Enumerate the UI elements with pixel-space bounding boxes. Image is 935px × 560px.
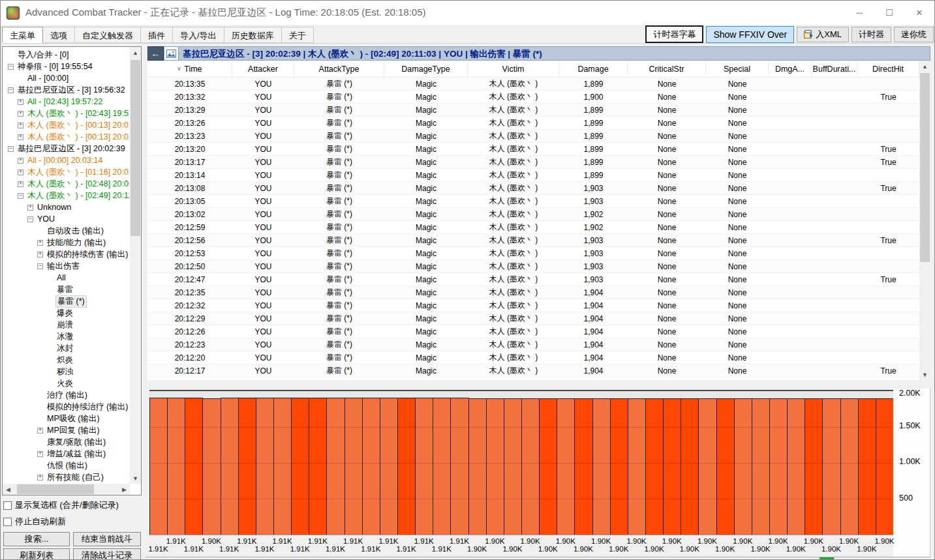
tree-item[interactable]: +All - [02:43] 19:57:22 [3, 96, 129, 108]
column-header-victim[interactable]: Victim [468, 61, 559, 77]
tree-scrollbar-thumb[interactable] [130, 60, 140, 236]
tree-item[interactable]: −输出伤害 [3, 260, 129, 272]
scroll-down-icon[interactable]: ▼ [130, 473, 141, 484]
tree-item[interactable]: 模拟的持续治疗 (输出) [3, 401, 129, 413]
table-vertical-scrollbar[interactable]: ▲ ▼ [919, 61, 930, 380]
back-arrow-icon[interactable]: ← [147, 46, 164, 61]
tree-vertical-scrollbar[interactable]: ▲ ▼ [130, 47, 141, 484]
minimize-button[interactable]: ─ [844, 1, 874, 25]
table-row[interactable]: 20:12:20YOU暴雷 (*)Magic木人 (墨欢丶 )1,904None… [147, 351, 919, 364]
toolbar-button-4[interactable]: 计时器 [851, 27, 891, 42]
tree-item[interactable]: 治疗 (输出) [3, 389, 129, 401]
table-row[interactable]: 20:13:02YOU暴雷 (*)Magic木人 (墨欢丶 )1,902None… [147, 208, 919, 221]
scroll-left-icon[interactable]: ◀ [3, 484, 14, 495]
table-row[interactable]: 20:12:26YOU暴雷 (*)Magic木人 (墨欢丶 )1,904None… [147, 325, 919, 338]
toolbar-button-3[interactable]: 入XML [797, 27, 849, 42]
table-row[interactable]: 20:12:23YOU暴雷 (*)Magic木人 (墨欢丶 )1,904None… [147, 338, 919, 351]
table-row[interactable]: 20:13:20YOU暴雷 (*)Magic木人 (墨欢丶 )1,899None… [147, 143, 919, 156]
toolbar-button-2[interactable]: Show FFXIV Over [706, 26, 794, 43]
menu-tab-4[interactable]: 插件 [141, 27, 173, 43]
table-row[interactable]: 20:13:14YOU暴雷 (*)Magic木人 (墨欢丶 )1,899None… [147, 169, 919, 182]
tree-item[interactable]: 爆炎 [3, 307, 129, 319]
tree-item[interactable]: All - [00:00] [3, 72, 129, 84]
menu-tab-6[interactable]: 历史数据库 [224, 27, 282, 43]
toolbar-button-1[interactable]: 计时器字幕 [645, 25, 703, 43]
column-header-buff-duration[interactable]: BuffDurati... [812, 61, 857, 77]
tree-item[interactable]: +Unknown [3, 201, 129, 213]
tree-item[interactable]: −木人 (墨欢丶 ) - [02:49] 20:11 [3, 190, 129, 201]
tree-item[interactable]: 冰封 [3, 342, 129, 354]
menu-tab-2[interactable]: 选项 [43, 27, 75, 43]
column-header-critical-str[interactable]: CriticalStr [628, 61, 706, 77]
tree-item[interactable]: −基拉巴尼亚边区 - [3] 19:56:32 [3, 84, 129, 96]
column-header-direct-hit[interactable]: DirectHit [857, 61, 919, 77]
close-button[interactable]: ✕ [904, 1, 934, 25]
clear-encounters-button[interactable]: 清除战斗记录 [73, 548, 141, 560]
tree-item[interactable]: 炽炎 [3, 354, 129, 366]
column-header-damage[interactable]: Damage [559, 61, 628, 77]
scroll-up-icon[interactable]: ▲ [919, 61, 930, 72]
tree-item[interactable]: 导入/合并 - [0] [3, 49, 129, 61]
tree-item[interactable]: +木人 (墨欢丶 ) - [02:48] 20:06 [3, 178, 129, 190]
table-row[interactable]: 20:12:59YOU暴雷 (*)Magic木人 (墨欢丶 )1,902None… [147, 221, 919, 234]
checkbox-icon[interactable] [3, 518, 12, 526]
tree-item[interactable]: +模拟的持续伤害 (输出) [3, 248, 129, 260]
collapse-minus-icon[interactable]: − [27, 216, 33, 222]
expand-plus-icon[interactable]: + [18, 111, 23, 117]
expand-plus-icon[interactable]: + [18, 169, 23, 175]
tree-item[interactable]: 暴雷 (*) [3, 295, 129, 307]
tree-item[interactable]: 火炎 [3, 377, 129, 389]
tree-item[interactable]: +技能/能力 (输出) [3, 237, 129, 248]
table-row[interactable]: 20:13:29YOU暴雷 (*)Magic木人 (墨欢丶 )1,899None… [147, 104, 919, 117]
tree-item[interactable]: +所有技能 (自己) [3, 471, 129, 483]
end-encounter-button[interactable]: 结束当前战斗 [73, 532, 141, 546]
table-row[interactable]: 20:12:17YOU暴雷 (*)Magic木人 (墨欢丶 )1,904None… [147, 364, 919, 377]
tree-item[interactable]: +木人 (墨欢丶 ) - [01:16] 20:03 [3, 166, 129, 178]
column-header-damage-type[interactable]: DamageType [384, 61, 468, 77]
table-row[interactable]: 20:13:05YOU暴雷 (*)Magic木人 (墨欢丶 )1,903None… [147, 195, 919, 208]
collapse-minus-icon[interactable]: − [8, 87, 14, 93]
scroll-up-icon[interactable]: ▲ [130, 47, 141, 58]
column-header-special[interactable]: Special [706, 61, 769, 77]
graph-view-icon[interactable] [164, 46, 179, 61]
table-row[interactable]: 20:13:17YOU暴雷 (*)Magic木人 (墨欢丶 )1,899None… [147, 156, 919, 169]
search-button[interactable]: 搜索... [3, 532, 70, 546]
table-row[interactable]: 20:12:32YOU暴雷 (*)Magic木人 (墨欢丶 )1,904None… [147, 299, 919, 312]
column-header-time[interactable]: ˅Time [147, 61, 232, 77]
table-row[interactable]: 20:13:23YOU暴雷 (*)Magic木人 (墨欢丶 )1,899None… [147, 130, 919, 143]
table-row[interactable]: 20:13:26YOU暴雷 (*)Magic木人 (墨欢丶 )1,899None… [147, 117, 919, 130]
expand-plus-icon[interactable]: + [27, 205, 33, 211]
tree-horizontal-scrollbar[interactable]: ◀ ▶ [3, 484, 130, 495]
tree-item[interactable]: +All - [00:00] 20:03:14 [3, 155, 129, 166]
expand-plus-icon[interactable]: + [18, 123, 23, 128]
expand-plus-icon[interactable]: + [18, 158, 23, 164]
tree-item[interactable]: 自动攻击 (输出) [3, 225, 129, 237]
tree-item[interactable]: 冰澈 [3, 331, 129, 342]
tree-item[interactable]: 康复/驱散 (输出) [3, 436, 129, 448]
tree-item[interactable]: +MP回复 (输出) [3, 424, 129, 436]
expand-plus-icon[interactable]: + [18, 181, 23, 187]
table-row[interactable]: 20:12:29YOU暴雷 (*)Magic木人 (墨欢丶 )1,904None… [147, 312, 919, 325]
table-row[interactable]: 20:12:53YOU暴雷 (*)Magic木人 (墨欢丶 )1,903None… [147, 247, 919, 260]
expand-plus-icon[interactable]: + [37, 252, 43, 258]
collapse-minus-icon[interactable]: − [37, 263, 43, 269]
checkbox-icon[interactable] [3, 501, 12, 510]
tree-item[interactable]: 仇恨 (输出) [3, 460, 129, 471]
expand-plus-icon[interactable]: + [18, 134, 23, 140]
expand-plus-icon[interactable]: + [37, 451, 43, 457]
stop-autorefresh-option[interactable]: 停止自动刷新 [3, 516, 142, 527]
menu-tab-7[interactable]: 关于 [282, 27, 314, 43]
tree-item[interactable]: 崩溃 [3, 319, 129, 331]
scroll-right-icon[interactable]: ▶ [119, 484, 130, 495]
collapse-minus-icon[interactable]: − [8, 146, 14, 152]
table-row[interactable]: 20:12:50YOU暴雷 (*)Magic木人 (墨欢丶 )1,903None… [147, 260, 919, 273]
table-row[interactable]: 20:13:08YOU暴雷 (*)Magic木人 (墨欢丶 )1,903None… [147, 182, 919, 195]
menu-tab-5[interactable]: 导入/导出 [173, 27, 224, 43]
scroll-down-icon[interactable]: ▼ [919, 369, 930, 380]
tree-item[interactable]: +木人 (墨欢丶 ) - [02:43] 19:57 [3, 108, 129, 119]
collapse-minus-icon[interactable]: − [18, 193, 23, 199]
table-row[interactable]: 20:12:56YOU暴雷 (*)Magic木人 (墨欢丶 )1,903None… [147, 234, 919, 247]
column-header-attacker[interactable]: Attacker [232, 61, 294, 77]
tree-item[interactable]: −基拉巴尼亚边区 - [3] 20:02:39 [3, 143, 129, 155]
tree-item[interactable]: 秽浊 [3, 366, 129, 377]
